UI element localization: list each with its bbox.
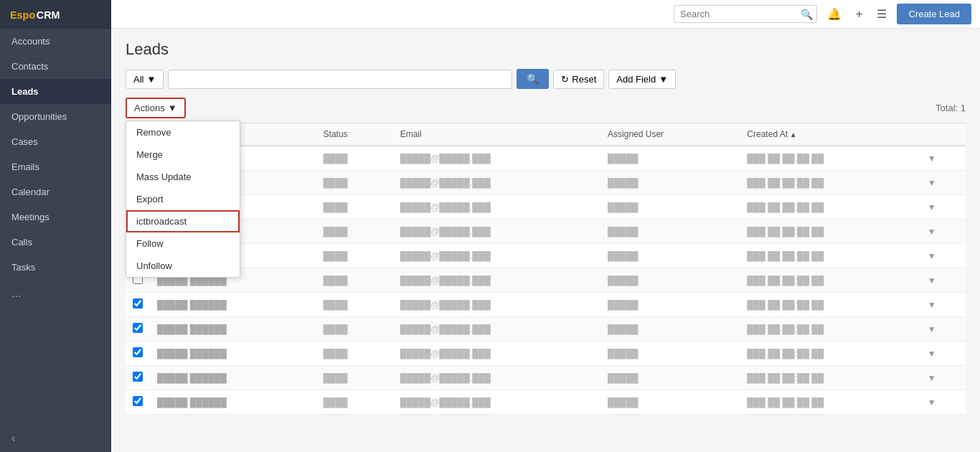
sidebar-item-calls[interactable]: Calls — [0, 230, 111, 255]
row-action-cell: ▼ — [920, 366, 966, 390]
row-name[interactable]: █████ ██████ — [150, 293, 316, 317]
dropdown-item-mass-update[interactable]: Mass Update — [126, 166, 240, 188]
table-row: █████ ██████ ████ █████@█████.███ █████ … — [126, 171, 966, 195]
search-input[interactable] — [674, 5, 817, 23]
col-status[interactable]: Status — [316, 123, 393, 146]
dropdown-item-remove[interactable]: Remove — [126, 121, 240, 143]
filter-reset-button[interactable]: ↻ Reset — [553, 70, 604, 89]
filter-search-input[interactable] — [168, 70, 512, 89]
logo: Espo CRM — [0, 0, 111, 29]
filter-dropdown-icon: ▼ — [146, 74, 156, 85]
row-name[interactable]: █████ ██████ — [150, 342, 316, 366]
col-assigned-user[interactable]: Assigned User — [600, 123, 740, 146]
row-checkbox[interactable] — [133, 396, 143, 406]
row-status: ████ — [316, 244, 393, 268]
row-name[interactable]: █████ ██████ — [150, 366, 316, 390]
table-row: █████ ██████ ████ █████@█████.███ █████ … — [126, 268, 966, 293]
sidebar-item-cases[interactable]: Cases — [0, 129, 111, 154]
row-action-button[interactable]: ▼ — [928, 324, 936, 334]
sidebar-item-meetings[interactable]: Meetings — [0, 204, 111, 230]
row-action-button[interactable]: ▼ — [928, 251, 936, 261]
create-lead-button[interactable]: Create Lead — [897, 4, 971, 24]
row-assigned: █████ — [600, 171, 740, 195]
row-created: ███ ██ ██:██ ██ — [740, 268, 920, 293]
table-row: █████ ██████ ████ █████@█████.███ █████ … — [126, 390, 966, 415]
row-email: █████@█████.███ — [393, 390, 600, 415]
table-body: █████ ██████ ████ █████@█████.███ █████ … — [126, 146, 966, 415]
filter-row: All ▼ 🔍 ↻ Reset Add Field ▼ — [126, 69, 966, 89]
sidebar-item-calendar[interactable]: Calendar — [0, 179, 111, 204]
row-action-button[interactable]: ▼ — [928, 373, 936, 383]
sidebar: Espo CRM Accounts Contacts Leads Opportu… — [0, 0, 111, 452]
sidebar-item-tasks[interactable]: Tasks — [0, 255, 111, 280]
dropdown-item-export[interactable]: Export — [126, 188, 240, 210]
col-actions — [920, 123, 966, 146]
row-assigned: █████ — [600, 293, 740, 317]
filter-search-icon: 🔍 — [527, 73, 539, 85]
row-created: ███ ██ ██:██ ██ — [740, 366, 920, 390]
row-assigned: █████ — [600, 342, 740, 366]
row-action-button[interactable]: ▼ — [928, 154, 936, 164]
row-checkbox[interactable] — [133, 347, 143, 357]
row-action-button[interactable]: ▼ — [928, 397, 936, 408]
row-checkbox[interactable] — [133, 372, 143, 382]
dropdown-item-follow[interactable]: Follow — [126, 232, 240, 255]
filter-addfield-button[interactable]: Add Field ▼ — [608, 70, 676, 89]
col-email[interactable]: Email — [393, 123, 600, 146]
row-email: █████@█████.███ — [393, 146, 600, 171]
search-icon-button[interactable]: 🔍 — [801, 9, 813, 20]
row-checkbox[interactable] — [133, 298, 143, 309]
row-status: ████ — [316, 342, 393, 366]
filter-all-button[interactable]: All ▼ — [126, 70, 164, 89]
sidebar-item-accounts[interactable]: Accounts — [0, 29, 111, 54]
row-assigned: █████ — [600, 268, 740, 293]
row-assigned: █████ — [600, 146, 740, 171]
row-status: ████ — [316, 390, 393, 415]
sidebar-item-opportunities[interactable]: Opportunities — [0, 104, 111, 129]
dropdown-item-merge[interactable]: Merge — [126, 143, 240, 166]
row-assigned: █████ — [600, 195, 740, 220]
row-action-cell: ▼ — [920, 390, 966, 415]
row-email: █████@█████.███ — [393, 268, 600, 293]
col-created-at[interactable]: Created At — [740, 123, 920, 146]
table-row: █████ ██████ ████ █████@█████.███ █████ … — [126, 220, 966, 244]
actions-row: Actions ▼ Remove Merge Mass Update Expor… — [126, 98, 966, 118]
sidebar-item-contacts[interactable]: Contacts — [0, 54, 111, 79]
row-action-button[interactable]: ▼ — [928, 178, 936, 188]
filter-search-button[interactable]: 🔍 — [517, 69, 549, 89]
actions-label: Actions — [134, 103, 165, 113]
leads-table: Name Status Email Assigned User Created … — [126, 123, 966, 415]
row-email: █████@█████.███ — [393, 317, 600, 342]
dropdown-item-ictbroadcast[interactable]: ictbroadcast — [126, 210, 240, 232]
row-checkbox[interactable] — [133, 323, 143, 333]
dropdown-item-unfollow[interactable]: Unfollow — [126, 255, 240, 277]
add-icon[interactable]: + — [852, 5, 867, 24]
row-action-button[interactable]: ▼ — [928, 300, 936, 310]
table-row: █████ ██████ ████ █████@█████.███ █████ … — [126, 195, 966, 220]
row-action-cell: ▼ — [920, 146, 966, 171]
row-action-cell: ▼ — [920, 293, 966, 317]
row-action-button[interactable]: ▼ — [928, 349, 936, 359]
sidebar-item-leads[interactable]: Leads — [0, 79, 111, 104]
notification-icon[interactable]: 🔔 — [823, 4, 846, 24]
row-checkbox-cell — [126, 366, 150, 390]
row-name[interactable]: █████ ██████ — [150, 317, 316, 342]
sidebar-item-emails[interactable]: Emails — [0, 154, 111, 179]
svg-text:CRM: CRM — [37, 9, 60, 21]
table-row: █████ ██████ ████ █████@█████.███ █████ … — [126, 244, 966, 268]
actions-chevron-icon: ▼ — [168, 103, 177, 113]
row-status: ████ — [316, 293, 393, 317]
row-action-button[interactable]: ▼ — [928, 227, 936, 237]
topbar: 🔍 🔔 + ☰ Create Lead — [111, 0, 980, 29]
actions-button[interactable]: Actions ▼ — [126, 98, 186, 118]
menu-icon[interactable]: ☰ — [872, 4, 891, 24]
row-action-cell: ▼ — [920, 195, 966, 220]
row-name[interactable]: █████ ██████ — [150, 390, 316, 415]
row-action-button[interactable]: ▼ — [928, 276, 936, 286]
sidebar-more[interactable]: ... — [0, 280, 111, 307]
row-status: ████ — [316, 171, 393, 195]
sidebar-collapse[interactable]: ‹ — [0, 425, 111, 452]
row-action-button[interactable]: ▼ — [928, 202, 936, 212]
row-action-cell: ▼ — [920, 220, 966, 244]
actions-dropdown-wrap: Actions ▼ Remove Merge Mass Update Expor… — [126, 98, 186, 118]
